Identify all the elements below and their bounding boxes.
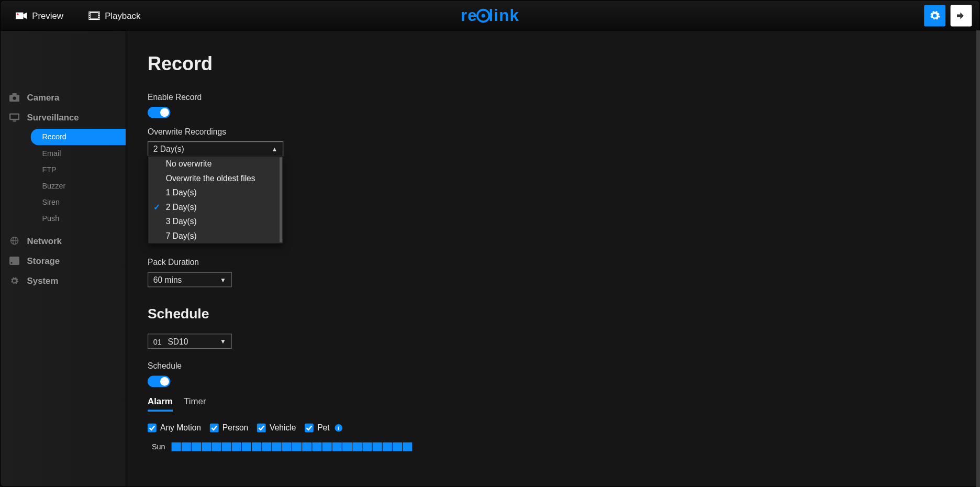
camera-nav-icon	[9, 93, 19, 102]
checkbox-pet[interactable]: Pet i	[305, 423, 342, 433]
sidebar-sub-siren[interactable]: Siren	[34, 194, 126, 211]
camera-icon	[16, 11, 27, 20]
sidebar-item-camera[interactable]: Camera	[1, 87, 126, 107]
caret-down-icon: ▼	[220, 276, 226, 283]
sidebar-item-network[interactable]: Network	[1, 230, 126, 250]
content-area: Record Enable Record Overwrite Recording…	[126, 31, 979, 486]
sidebar-sub-record[interactable]: Record	[31, 129, 126, 145]
schedule-hour-cell[interactable]	[211, 442, 221, 451]
tab-timer[interactable]: Timer	[184, 392, 206, 412]
overwrite-option[interactable]: 1 Day(s)	[148, 185, 283, 200]
svg-rect-7	[89, 16, 90, 17]
svg-rect-6	[89, 14, 90, 15]
dropdown-scrollbar[interactable]	[280, 157, 282, 242]
overwrite-option[interactable]: Overwrite the oldest files	[148, 171, 283, 185]
svg-marker-1	[23, 12, 27, 19]
sidebar-label: Surveillance	[27, 113, 79, 123]
checkbox-label: Person	[222, 423, 248, 433]
schedule-hour-cell[interactable]	[362, 442, 372, 451]
overwrite-value: 2 Day(s)	[153, 144, 184, 153]
svg-rect-18	[13, 120, 16, 121]
schedule-hour-cell[interactable]	[232, 442, 241, 451]
svg-rect-14	[13, 93, 17, 95]
svg-rect-9	[98, 12, 99, 13]
schedule-hour-cell[interactable]	[222, 442, 231, 451]
sidebar-sub-email[interactable]: Email	[34, 145, 126, 161]
gear-icon	[929, 10, 941, 21]
sidebar-label: Storage	[27, 256, 60, 265]
schedule-hour-cell[interactable]	[322, 442, 332, 451]
schedule-row-sun: Sun	[148, 442, 979, 451]
schedule-hour-cell[interactable]	[242, 442, 251, 451]
sidebar-sub-buzzer[interactable]: Buzzer	[34, 178, 126, 194]
sidebar-sub-ftp[interactable]: FTP	[34, 161, 126, 178]
overwrite-option[interactable]: 2 Day(s)	[148, 200, 283, 215]
schedule-hour-cell[interactable]	[393, 442, 402, 451]
checkbox-any-motion[interactable]: Any Motion	[148, 423, 201, 433]
caret-down-icon: ▼	[220, 338, 226, 345]
content-scrollbar[interactable]	[976, 30, 980, 487]
schedule-hour-cell[interactable]	[192, 442, 201, 451]
tab-alarm[interactable]: Alarm	[148, 392, 173, 412]
playback-label: Playback	[105, 10, 140, 20]
schedule-heading: Schedule	[148, 306, 979, 322]
pack-duration-value: 60 mins	[153, 275, 182, 284]
arrow-right-icon	[956, 10, 966, 20]
svg-rect-0	[16, 12, 23, 19]
schedule-hour-cell[interactable]	[262, 442, 271, 451]
sidebar-item-system[interactable]: System	[1, 271, 126, 291]
overwrite-select[interactable]: 2 Day(s) ▲	[148, 141, 283, 157]
gear-nav-icon	[9, 276, 19, 285]
overwrite-option[interactable]: No overwrite	[148, 157, 283, 171]
schedule-hour-cell[interactable]	[202, 442, 211, 451]
preview-button[interactable]: Preview	[16, 10, 63, 20]
sidebar-item-surveillance[interactable]: Surveillance	[1, 107, 126, 127]
checkbox-icon	[257, 423, 266, 432]
page-title: Record	[148, 53, 979, 75]
settings-button[interactable]	[924, 5, 945, 26]
schedule-hour-cell[interactable]	[282, 442, 292, 451]
top-bar: Preview Playback relink	[1, 1, 979, 31]
monitor-icon	[9, 113, 19, 122]
svg-rect-4	[91, 13, 98, 18]
schedule-hour-cell[interactable]	[373, 442, 382, 451]
schedule-hour-cell[interactable]	[272, 442, 282, 451]
enable-record-label: Enable Record	[148, 92, 979, 102]
schedule-hour-cell[interactable]	[383, 442, 392, 451]
schedule-hour-cell[interactable]	[172, 442, 181, 451]
schedule-hour-cell[interactable]	[182, 442, 191, 451]
schedule-hour-cell[interactable]	[352, 442, 362, 451]
overwrite-option[interactable]: 7 Day(s)	[148, 229, 283, 244]
schedule-hours[interactable]	[172, 442, 413, 451]
svg-point-2	[17, 13, 19, 15]
sidebar-sub-push[interactable]: Push	[34, 211, 126, 227]
schedule-hour-cell[interactable]	[342, 442, 352, 451]
schedule-toggle[interactable]	[148, 376, 170, 388]
checkbox-person[interactable]: Person	[210, 423, 248, 433]
camera-number: 01	[153, 337, 162, 346]
schedule-hour-cell[interactable]	[312, 442, 321, 451]
schedule-hour-cell[interactable]	[302, 442, 311, 451]
checkbox-label: Any Motion	[160, 423, 201, 433]
svg-rect-10	[98, 14, 99, 15]
camera-select[interactable]: 01 SD10 ▼	[148, 334, 232, 349]
film-icon	[88, 11, 100, 20]
schedule-hour-cell[interactable]	[252, 442, 261, 451]
enable-record-toggle[interactable]	[148, 107, 170, 118]
exit-button[interactable]	[951, 5, 972, 26]
pack-duration-select[interactable]: 60 mins ▼	[148, 272, 232, 287]
checkbox-vehicle[interactable]: Vehicle	[257, 423, 296, 433]
playback-button[interactable]: Playback	[88, 10, 140, 20]
schedule-hour-cell[interactable]	[403, 442, 412, 451]
sidebar-item-storage[interactable]: Storage	[1, 251, 126, 271]
overwrite-option[interactable]: 3 Day(s)	[148, 214, 283, 229]
info-icon[interactable]: i	[335, 424, 342, 431]
globe-icon	[9, 236, 19, 245]
checkbox-icon	[210, 423, 219, 432]
logo-eye-icon	[476, 8, 489, 22]
camera-name: SD10	[168, 337, 188, 346]
schedule-hour-cell[interactable]	[292, 442, 302, 451]
day-label: Sun	[148, 442, 165, 451]
schedule-hour-cell[interactable]	[332, 442, 342, 451]
sidebar-label: Network	[27, 236, 62, 246]
